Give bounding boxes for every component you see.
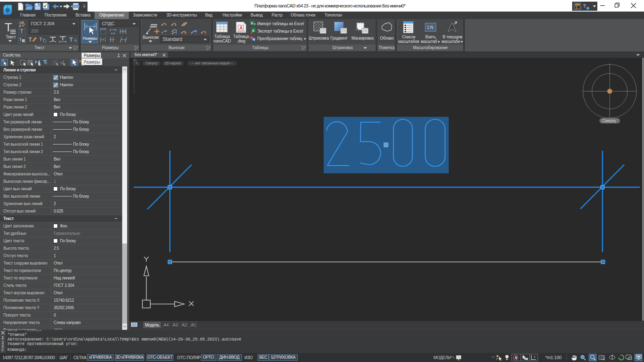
svg-text:Т: Т	[19, 37, 22, 42]
svg-text:X: X	[252, 29, 255, 33]
svg-text:1:N: 1:N	[427, 25, 433, 30]
svg-text:а: а	[19, 24, 21, 27]
svg-text:Сверху: Сверху	[602, 118, 616, 123]
svg-text:N: N	[253, 38, 255, 41]
svg-text:Т: Т	[28, 36, 32, 43]
svg-text:?: ?	[583, 3, 586, 9]
svg-text:Т: Т	[42, 38, 45, 43]
svg-text:А: А	[239, 25, 243, 30]
svg-text:X: X	[251, 21, 253, 25]
svg-text:Т: Т	[69, 36, 73, 43]
svg-text:Т: Т	[39, 37, 42, 42]
svg-text:Т: Т	[20, 28, 24, 34]
